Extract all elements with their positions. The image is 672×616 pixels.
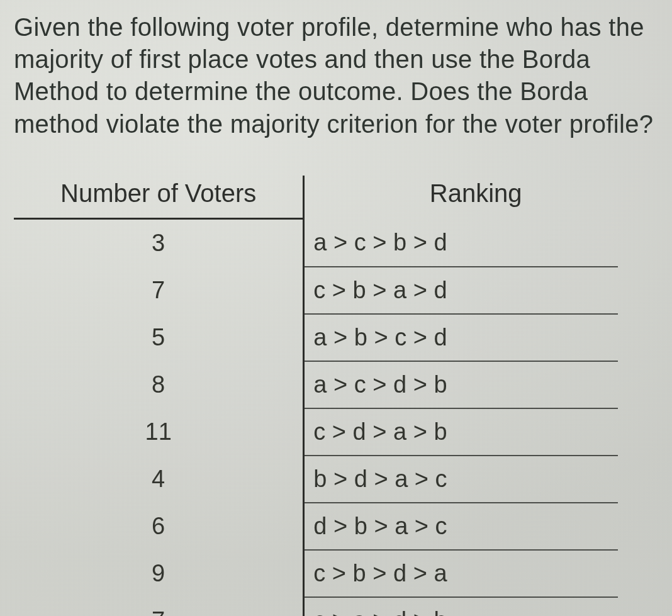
ranking-cell: a > b > c > d — [304, 314, 618, 361]
voters-cell: 4 — [14, 456, 304, 503]
header-number-of-voters: Number of Voters — [14, 176, 304, 219]
table-row: 9 c > b > d > a — [14, 550, 618, 597]
ranking-cell: c > b > d > a — [304, 550, 618, 597]
ranking-cell: c > d > a > b — [304, 408, 618, 456]
table-row: 8 a > c > d > b — [14, 361, 618, 408]
table-row: 7 c > a > d > b — [14, 597, 618, 616]
table-row: 6 d > b > a > c — [14, 503, 618, 550]
page: Given the following voter profile, deter… — [0, 0, 672, 616]
ranking-cell: c > b > a > d — [304, 267, 618, 314]
header-ranking: Ranking — [304, 176, 618, 219]
voter-profile-table-wrap: Number of Voters Ranking 3 a > c > b > d… — [14, 176, 618, 616]
voters-cell: 7 — [14, 597, 304, 616]
voters-cell: 9 — [14, 550, 304, 597]
voters-cell: 5 — [14, 314, 304, 361]
voters-cell: 7 — [14, 267, 304, 314]
voters-cell: 11 — [14, 408, 304, 456]
table-row: 4 b > d > a > c — [14, 456, 618, 503]
voter-profile-table: Number of Voters Ranking 3 a > c > b > d… — [14, 176, 618, 616]
voters-cell: 3 — [14, 218, 304, 267]
table-row: 11 c > d > a > b — [14, 408, 618, 456]
table-row: 7 c > b > a > d — [14, 267, 618, 314]
ranking-cell: a > c > b > d — [304, 218, 618, 267]
voters-cell: 8 — [14, 361, 304, 408]
voters-cell: 6 — [14, 503, 304, 550]
table-row: 3 a > c > b > d — [14, 218, 618, 267]
table-row: 5 a > b > c > d — [14, 314, 618, 361]
question-text: Given the following voter profile, deter… — [14, 11, 658, 140]
ranking-cell: d > b > a > c — [304, 503, 618, 550]
ranking-cell: c > a > d > b — [304, 597, 618, 616]
table-header-row: Number of Voters Ranking — [14, 176, 618, 219]
ranking-cell: b > d > a > c — [304, 456, 618, 503]
ranking-cell: a > c > d > b — [304, 361, 618, 408]
